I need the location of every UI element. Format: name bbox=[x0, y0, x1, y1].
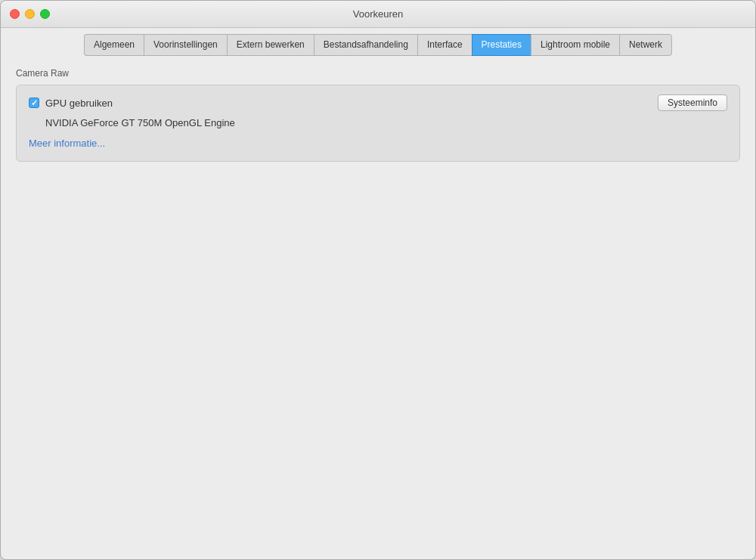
minimize-button[interactable] bbox=[25, 9, 35, 19]
tab-algemeen[interactable]: Algemeen bbox=[84, 34, 144, 56]
gpu-checkbox[interactable] bbox=[29, 97, 39, 108]
section-header: GPU gebruiken Systeeminfo bbox=[29, 94, 727, 111]
tab-voorinstellingen[interactable]: Voorinstellingen bbox=[144, 34, 227, 56]
system-info-button[interactable]: Systeeminfo bbox=[658, 94, 727, 111]
gpu-checkbox-label: GPU gebruiken bbox=[45, 97, 113, 109]
section-label: Camera Raw bbox=[16, 68, 740, 79]
gpu-checkbox-row: GPU gebruiken bbox=[29, 97, 113, 109]
more-info-link[interactable]: Meer informatie... bbox=[29, 138, 105, 149]
close-button[interactable] bbox=[10, 9, 20, 19]
tab-bar: Algemeen Voorinstellingen Extern bewerke… bbox=[1, 28, 755, 56]
tab-bestandsafhandeling[interactable]: Bestandsafhandeling bbox=[314, 34, 417, 56]
tab-extern-bewerken[interactable]: Extern bewerken bbox=[227, 34, 314, 56]
tab-lightroom-mobile[interactable]: Lightroom mobile bbox=[531, 34, 619, 56]
tab-prestaties[interactable]: Prestaties bbox=[472, 34, 531, 56]
window-title: Voorkeuren bbox=[353, 8, 404, 20]
tab-netwerk[interactable]: Netwerk bbox=[619, 34, 672, 56]
tab-interface[interactable]: Interface bbox=[417, 34, 472, 56]
preferences-window: Voorkeuren Algemeen Voorinstellingen Ext… bbox=[0, 0, 756, 560]
title-bar: Voorkeuren bbox=[1, 1, 755, 28]
camera-raw-section: GPU gebruiken Systeeminfo NVIDIA GeForce… bbox=[16, 85, 740, 162]
gpu-info-text: NVIDIA GeForce GT 750M OpenGL Engine bbox=[29, 117, 727, 128]
traffic-lights bbox=[10, 9, 50, 19]
main-content: Camera Raw GPU gebruiken Systeeminfo NVI… bbox=[1, 56, 755, 559]
maximize-button[interactable] bbox=[40, 9, 50, 19]
